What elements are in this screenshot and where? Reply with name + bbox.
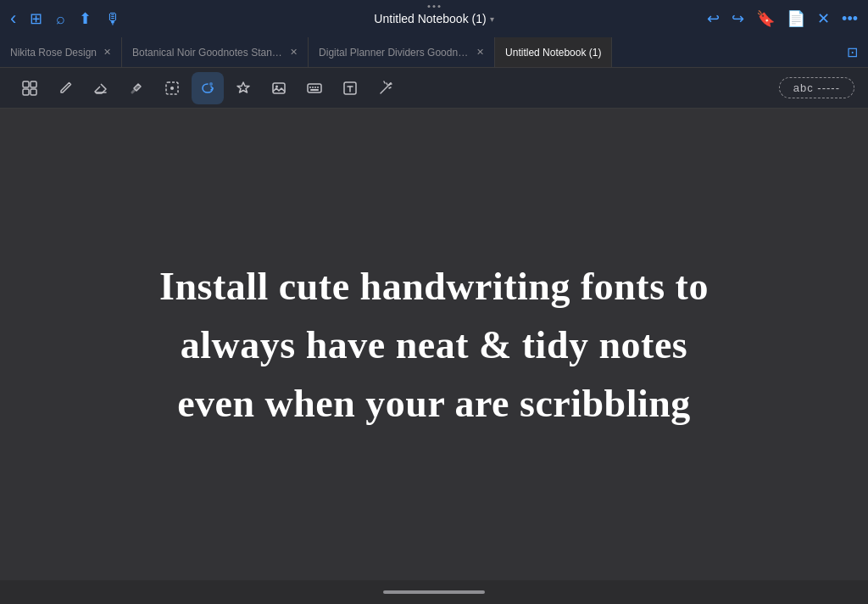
toolbar: abc ----- <box>0 68 868 109</box>
share-button[interactable]: ⬆ <box>79 9 92 28</box>
svg-rect-9 <box>308 84 321 92</box>
main-text: Install cute handwriting fonts to always… <box>159 257 709 433</box>
select-tool[interactable] <box>156 72 188 104</box>
microphone-button[interactable]: 🎙 <box>105 10 120 28</box>
drag-dot <box>433 5 436 8</box>
svg-point-8 <box>275 85 278 87</box>
redo-button[interactable]: ↪ <box>732 9 744 28</box>
tab-botanical-noir[interactable]: Botanical Noir Goodnotes Standard 1... ✕ <box>122 37 309 67</box>
canvas-content: Install cute handwriting fonts to always… <box>92 223 776 467</box>
image-tool[interactable] <box>263 72 295 104</box>
font-preview-button[interactable]: abc ----- <box>779 77 854 98</box>
tab-label: Botanical Noir Goodnotes Standard 1... <box>132 47 283 59</box>
bottom-bar <box>0 580 868 604</box>
title-dropdown-chevron: ▾ <box>490 14 494 24</box>
title-text: Untitled Notebook (1) <box>374 12 486 25</box>
tab-close-icon[interactable]: ✕ <box>103 47 111 58</box>
tab-label: Digital Planner Dividers Goodnotes S... <box>319 47 470 59</box>
keyboard-tool[interactable] <box>298 72 331 104</box>
title-bar-right: ↩ ↪ 🔖 📄 ✕ ••• <box>707 9 858 28</box>
wand-tool[interactable] <box>370 72 402 104</box>
font-preview-text: abc ----- <box>793 81 840 94</box>
more-options-button[interactable]: ••• <box>842 10 858 28</box>
title-drag-dots <box>428 5 441 8</box>
drag-dot <box>428 5 431 8</box>
tab-nikita-rose[interactable]: Nikita Rose Design ✕ <box>0 37 122 67</box>
notebook-title[interactable]: Untitled Notebook (1) ▾ <box>374 12 493 25</box>
tabs-bar: Nikita Rose Design ✕ Botanical Noir Good… <box>0 37 868 68</box>
title-bar-center: Untitled Notebook (1) ▾ <box>374 12 493 25</box>
export-button[interactable]: 📄 <box>787 9 805 28</box>
highlighter-tool[interactable] <box>120 72 153 104</box>
close-button[interactable]: ✕ <box>817 9 830 28</box>
search-button[interactable]: ⌕ <box>56 10 65 28</box>
tab-label: Untitled Notebook (1) <box>505 47 601 59</box>
title-bar-left: ‹ ⊞ ⌕ ⬆ 🎙 <box>10 8 120 30</box>
bookmark-button[interactable]: 🔖 <box>756 9 775 28</box>
bottom-handle[interactable] <box>383 590 485 594</box>
tab-untitled-notebook[interactable]: Untitled Notebook (1) <box>495 37 612 67</box>
undo-button[interactable]: ↩ <box>707 9 720 28</box>
title-bar: ‹ ⊞ ⌕ ⬆ 🎙 Untitled Notebook (1) ▾ ↩ ↪ 🔖 … <box>0 0 868 37</box>
svg-rect-3 <box>31 89 36 95</box>
svg-point-6 <box>209 82 213 86</box>
grid-view-button[interactable]: ⊞ <box>30 9 42 28</box>
tab-close-icon[interactable]: ✕ <box>476 47 484 58</box>
text-tool[interactable] <box>334 72 366 104</box>
split-view-icon[interactable]: ⊡ <box>847 44 868 60</box>
tab-label: Nikita Rose Design <box>10 47 97 59</box>
back-button[interactable]: ‹ <box>10 8 16 30</box>
favorites-tool[interactable] <box>227 72 259 104</box>
svg-rect-0 <box>23 81 29 87</box>
svg-rect-2 <box>23 89 29 95</box>
svg-rect-7 <box>273 83 285 93</box>
canvas-area[interactable]: Install cute handwriting fonts to always… <box>0 109 868 580</box>
drag-dot <box>438 5 441 8</box>
svg-rect-1 <box>31 81 36 87</box>
tab-close-icon[interactable]: ✕ <box>290 47 298 58</box>
tab-digital-planner[interactable]: Digital Planner Dividers Goodnotes S... … <box>309 37 495 67</box>
pencil-tool[interactable] <box>49 72 81 104</box>
svg-point-5 <box>170 87 174 90</box>
gallery-tool[interactable] <box>14 72 46 104</box>
lasso-tool[interactable] <box>192 72 224 104</box>
eraser-tool[interactable] <box>85 72 117 104</box>
